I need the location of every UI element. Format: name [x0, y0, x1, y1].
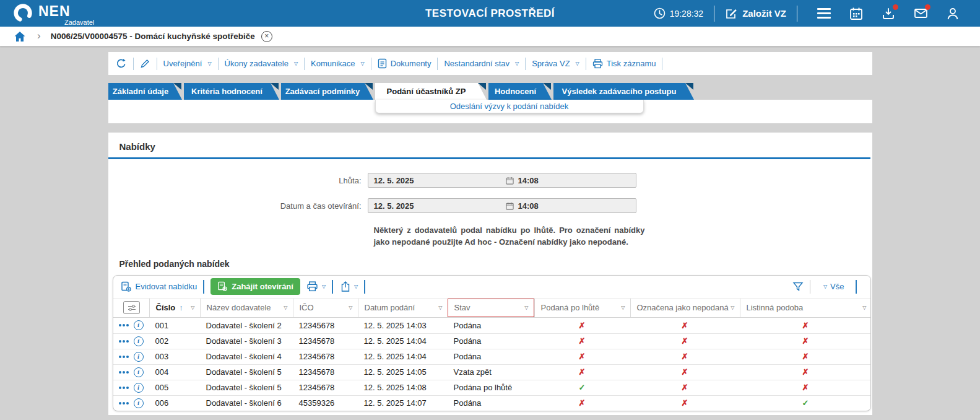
info-icon[interactable]: i — [134, 398, 144, 408]
cell-oznacena-jako-nepodana: ✗ — [630, 367, 740, 377]
cell-nazev-dodavatele: Dodavatel - školení 5 — [200, 383, 293, 392]
user-button[interactable] — [945, 6, 960, 21]
deadline-date-value[interactable]: 12. 5. 2025 — [368, 176, 506, 185]
filter-chevron-icon[interactable]: ▽ — [731, 305, 734, 310]
column-settings-icon — [128, 304, 136, 312]
column-header-ico[interactable]: IČO▽ — [293, 299, 358, 317]
cell-ico: 12345678 — [293, 336, 358, 346]
cell-listinna-podoba: ✓ — [740, 398, 871, 408]
row-menu-icon[interactable] — [119, 371, 129, 374]
table-row[interactable]: i 002 Dodavatel - školení 3 12345678 12.… — [113, 333, 870, 349]
row-menu-icon[interactable] — [119, 402, 129, 405]
start-opening-button[interactable]: Zahájit otevírání — [210, 278, 300, 295]
info-icon[interactable]: i — [134, 383, 144, 393]
filter-chevron-icon[interactable]: ▽ — [862, 305, 866, 310]
filter-chevron-icon[interactable]: ▽ — [191, 305, 194, 310]
breadcrumb-item[interactable]: N006/25/V00004575 - Domácí kuchyňské spo… — [51, 32, 255, 41]
tab-hodnoceni[interactable]: Hodnocení — [488, 83, 543, 100]
toolbar-item-tisk-zaznamu[interactable]: Tisk záznamu — [592, 59, 656, 69]
server-time: 19:28:32 — [654, 7, 704, 19]
filter-funnel-icon[interactable] — [792, 281, 804, 292]
deadline-input[interactable]: 12. 5. 2025 14:08 — [368, 173, 636, 188]
column-header-podana-po-lhute[interactable]: Podaná po lhůtě▽ — [534, 299, 630, 317]
table-row[interactable]: i 003 Dodavatel - školení 4 12345678 12.… — [113, 349, 870, 364]
column-header-listinna-podoba[interactable]: Listinná podoba▽ — [740, 299, 871, 317]
calendar-small-icon[interactable] — [506, 177, 514, 185]
table-row[interactable]: i 004 Dodavatel - školení 5 12345678 12.… — [113, 364, 870, 380]
tab-podani-ucastniku-zp[interactable]: Podání účastníků ZP — [375, 83, 478, 100]
nen-logo[interactable]: NEN Zadavatel — [12, 1, 94, 26]
column-header-oznacena-jako-nepodana[interactable]: Označena jako nepodaná▽ — [630, 299, 740, 317]
opening-date-value[interactable]: 12. 5. 2025 — [368, 201, 506, 211]
chevron-down-icon: ▽ — [361, 61, 365, 66]
filter-chevron-icon[interactable]: ▽ — [524, 305, 528, 310]
page-body: Uveřejnění▽ Úkony zadavatele▽ Komunikace… — [0, 52, 980, 420]
tab-vysledek-zadavaciho-postupu[interactable]: Výsledek zadávacího postupu — [553, 83, 685, 100]
info-icon[interactable]: i — [134, 367, 144, 377]
info-icon[interactable]: i — [134, 336, 144, 346]
action-toolbar: Uveřejnění▽ Úkony zadavatele▽ Komunikace… — [108, 52, 872, 75]
column-header-stav[interactable]: Stav▽ — [448, 299, 534, 317]
downloads-button[interactable] — [881, 6, 896, 21]
edit-record-button[interactable] — [140, 58, 150, 69]
cell-ico: 12345678 — [293, 367, 358, 377]
cell-podana-po-lhute: ✗ — [534, 367, 630, 377]
tab-bar: Základní údaje Kritéria hodnocení Zadáva… — [108, 83, 872, 100]
filter-chevron-icon[interactable]: ▽ — [349, 305, 352, 310]
row-menu-icon[interactable] — [119, 387, 129, 389]
refresh-button[interactable] — [116, 58, 127, 69]
cell-oznacena-jako-nepodana: ✗ — [630, 352, 740, 361]
table-row[interactable]: i 006 Dodavatel - školení 6 45359326 12.… — [113, 395, 870, 411]
toolbar-item-ukony-zadavatele[interactable]: Úkony zadavatele▽ — [225, 59, 298, 68]
chevron-down-icon: ▽ — [322, 284, 326, 289]
row-menu-icon[interactable] — [119, 356, 129, 358]
column-header-nazev-dodavatele[interactable]: Název dodavatele▽ — [200, 299, 293, 317]
cell-ico: 45359326 — [293, 398, 358, 408]
cell-nazev-dodavatele: Dodavatel - školení 2 — [200, 321, 293, 330]
export-button[interactable]: ▽ — [340, 281, 358, 292]
deadline-time-value[interactable]: 14:08 — [514, 176, 539, 185]
opening-input[interactable]: 12. 5. 2025 14:08 — [368, 198, 636, 213]
pencil-icon — [140, 58, 150, 69]
deadline-label: Lhůta: — [108, 176, 368, 185]
row-menu-icon[interactable] — [119, 340, 129, 343]
toolbar-item-uverejneni[interactable]: Uveřejnění▽ — [163, 59, 212, 68]
brand-name: NEN — [38, 4, 94, 19]
tab-zakladni-udaje[interactable]: Základní údaje — [108, 83, 173, 100]
toolbar-item-dokumenty[interactable]: Dokumenty — [378, 58, 431, 69]
filter-chevron-icon[interactable]: ▽ — [438, 305, 442, 310]
row-menu-icon[interactable] — [119, 324, 129, 326]
messages-button[interactable] — [913, 6, 928, 21]
cell-nazev-dodavatele: Dodavatel - školení 6 — [200, 398, 293, 408]
column-header-datum-podani[interactable]: Datum podání▽ — [358, 299, 448, 317]
info-icon[interactable]: i — [134, 352, 144, 362]
cell-nazev-dodavatele: Dodavatel - školení 5 — [200, 367, 293, 377]
register-offer-button[interactable]: Evidovat nabídku — [121, 281, 197, 292]
info-icon[interactable]: i — [134, 320, 144, 330]
print-grid-button[interactable]: ▽ — [306, 281, 326, 292]
time-text: 19:28:32 — [670, 9, 704, 19]
table-row[interactable]: i 001 Dodavatel - školení 2 12345678 12.… — [113, 318, 870, 333]
home-icon[interactable] — [14, 30, 26, 43]
menu-button[interactable] — [817, 6, 831, 21]
close-icon[interactable]: × — [261, 31, 272, 42]
calendar-button[interactable] — [849, 6, 864, 21]
tab-zadavaci-podminky[interactable]: Zadávací podmínky — [281, 83, 365, 100]
calendar-small-icon[interactable] — [506, 202, 514, 210]
toolbar-item-nestandardni-stav[interactable]: Nestandardní stav▽ — [444, 59, 519, 68]
column-settings-button[interactable] — [123, 301, 140, 314]
create-vz-button[interactable]: Založit VZ — [725, 7, 786, 20]
send-call-for-offers-link[interactable]: Odeslání výzvy k podání nabídek — [450, 102, 569, 111]
filter-chevron-icon[interactable]: ▽ — [284, 305, 287, 310]
column-header-cislo[interactable]: Číslo ↑ ▽ — [149, 299, 200, 317]
header-divider — [714, 6, 714, 22]
tab-kriteria-hodnoceni[interactable]: Kritéria hodnocení — [184, 83, 271, 100]
table-row[interactable]: i 005 Dodavatel - školení 5 12345678 12.… — [113, 380, 870, 395]
opening-time-value[interactable]: 14:08 — [514, 201, 539, 211]
toolbar-item-komunikace[interactable]: Komunikace▽ — [311, 59, 365, 68]
filter-chevron-icon[interactable]: ▽ — [621, 305, 625, 310]
chevron-down-icon: ▽ — [294, 61, 298, 66]
filter-all-dropdown[interactable]: ▽ Vše — [822, 282, 844, 291]
chevron-down-icon: ▽ — [354, 284, 358, 289]
toolbar-item-sprava-vz[interactable]: Správa VZ▽ — [532, 59, 579, 68]
